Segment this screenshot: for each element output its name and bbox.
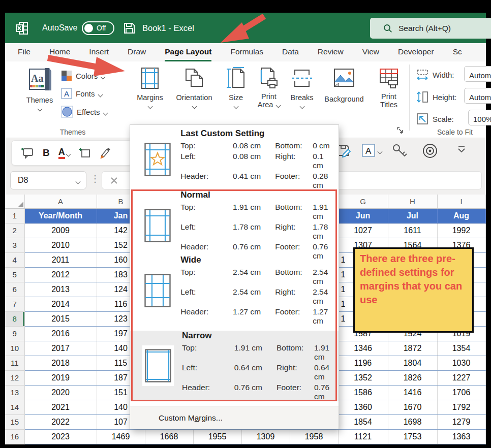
row-header-14[interactable]: 14	[5, 400, 24, 414]
cell-H1[interactable]: Jul	[388, 208, 437, 223]
insert-cells-button[interactable]	[79, 147, 91, 159]
custom-margins-button[interactable]: Custom Margins...	[130, 406, 339, 429]
select-all-button[interactable]	[5, 195, 24, 208]
background-button[interactable]: Background	[316, 67, 372, 103]
page-setup-dialog-launcher[interactable]	[396, 126, 404, 136]
print-area-button[interactable]: Print Area	[253, 67, 285, 109]
cell-I11[interactable]: 1030	[437, 356, 485, 370]
cell-A14[interactable]: 2021	[24, 400, 97, 414]
row-header-4[interactable]: 4	[5, 252, 24, 267]
cell-G13[interactable]: 1586	[338, 385, 388, 400]
cell-I1[interactable]: Aug	[437, 208, 485, 223]
menu-item-wide[interactable]: Wide Top:2.54 cmBottom:2.54 cm Left:2.54…	[130, 261, 339, 319]
row-header-1[interactable]: 1	[5, 208, 24, 223]
menu-item-last-custom-setting[interactable]: Last Custom Setting Top:0.08 cmBottom:0 …	[130, 130, 339, 188]
cell-G15[interactable]: 1854	[338, 414, 388, 429]
cell-A8[interactable]: 2015	[24, 311, 97, 326]
menu-item-narrow[interactable]: Narrow Top:1.91 cmBottom:1.91 cm Left:0.…	[130, 331, 339, 401]
cell-G14[interactable]: 1360	[338, 400, 388, 414]
cell-H15[interactable]: 1698	[388, 414, 437, 429]
tab-draw[interactable]: Draw	[128, 43, 146, 61]
tab-file[interactable]: File	[18, 43, 30, 61]
cell-A4[interactable]: 2011	[24, 252, 97, 267]
colors-button[interactable]: Colors	[61, 70, 105, 81]
cell-C16[interactable]: 1668	[145, 429, 193, 444]
breaks-button[interactable]: Breaks	[286, 67, 318, 110]
row-header-9[interactable]: 9	[5, 326, 24, 341]
cell-A13[interactable]: 2020	[24, 385, 97, 400]
themes-button[interactable]: Aa Themes	[21, 68, 58, 112]
width-input[interactable]	[464, 66, 491, 82]
tab-developer[interactable]: Developer	[398, 43, 434, 61]
cell-G10[interactable]: 1346	[338, 341, 388, 356]
name-box-splitter[interactable]: ⋮	[90, 173, 100, 184]
cell-G1[interactable]: Jun	[338, 208, 388, 223]
scale-input[interactable]	[468, 110, 491, 125]
row-header-11[interactable]: 11	[5, 356, 24, 370]
cell-I13[interactable]: 1706	[437, 385, 485, 400]
tab-insert[interactable]: Insert	[89, 43, 109, 61]
new-comment-button[interactable]	[21, 147, 34, 159]
tab-home[interactable]: Home	[49, 43, 70, 61]
column-header-G[interactable]: G	[338, 195, 388, 208]
row-header-3[interactable]: 3	[5, 238, 24, 252]
format-painter-button[interactable]	[100, 147, 112, 159]
cell-E16[interactable]: 1309	[241, 429, 290, 444]
autosave-toggle[interactable]: Off	[82, 13, 114, 43]
column-header-A[interactable]: A	[24, 195, 97, 208]
cell-H14[interactable]: 1670	[388, 400, 437, 414]
name-box[interactable]: D8	[10, 171, 86, 189]
cell-H12[interactable]: 1826	[388, 370, 437, 385]
cell-G2[interactable]: 1027	[338, 223, 388, 238]
row-header-2[interactable]: 2	[5, 223, 24, 238]
row-header-5[interactable]: 5	[5, 267, 24, 282]
row-header-6[interactable]: 6	[5, 282, 24, 297]
cell-I10[interactable]: 1354	[437, 341, 485, 356]
cell-A11[interactable]: 2018	[24, 356, 97, 370]
cell-A16[interactable]: 2023	[24, 429, 97, 444]
cell-A9[interactable]: 2016	[24, 326, 97, 341]
tab-review[interactable]: Review	[318, 43, 344, 61]
fonts-button[interactable]: A Fonts	[61, 88, 102, 99]
save-button[interactable]	[123, 13, 136, 43]
cell-G11[interactable]: 1196	[338, 356, 388, 370]
row-header-16[interactable]: 16	[5, 429, 24, 444]
cell-A1[interactable]: Year/Month	[24, 208, 97, 223]
size-button[interactable]: Size	[222, 67, 250, 110]
cell-A10[interactable]: 2017	[24, 341, 97, 356]
cell-H2[interactable]: 1611	[388, 223, 437, 238]
row-header-15[interactable]: 15	[5, 414, 24, 429]
cell-A5[interactable]: 2012	[24, 267, 97, 282]
cell-I16[interactable]: 1363	[437, 429, 485, 444]
tab-sc[interactable]: Sc	[453, 43, 462, 61]
row-header-13[interactable]: 13	[5, 385, 24, 400]
cell-A15[interactable]: 2022	[24, 414, 97, 429]
cancel-icon[interactable]	[110, 177, 118, 184]
tab-page-layout[interactable]: Page Layout	[165, 43, 211, 61]
focus-button[interactable]	[422, 143, 438, 159]
cell-I15[interactable]: 1279	[437, 414, 485, 429]
font-color-button[interactable]: A	[58, 147, 70, 159]
cell-I14[interactable]: 1792	[437, 400, 485, 414]
cell-A6[interactable]: 2013	[24, 282, 97, 297]
cell-I12[interactable]: 1227	[437, 370, 485, 385]
cell-H16[interactable]: 1753	[388, 429, 437, 444]
effects-button[interactable]: Effects	[61, 106, 107, 118]
height-input[interactable]	[464, 88, 491, 104]
cell-A3[interactable]: 2010	[24, 238, 97, 252]
cell-F16[interactable]: 1958	[290, 429, 338, 444]
cell-A2[interactable]: 2009	[24, 223, 97, 238]
row-header-8[interactable]: 8	[5, 311, 24, 326]
margins-button[interactable]: Margins	[133, 67, 167, 110]
cell-A12[interactable]: 2019	[24, 370, 97, 385]
row-header-10[interactable]: 10	[5, 341, 24, 356]
excel-app-icon[interactable]	[15, 13, 29, 43]
cell-A7[interactable]: 2014	[24, 297, 97, 311]
search-box[interactable]: Search (Alt+Q)	[370, 18, 491, 39]
bold-button[interactable]: B	[43, 147, 50, 158]
column-header-I[interactable]: I	[437, 195, 485, 208]
cell-G12[interactable]: 1352	[338, 370, 388, 385]
cell-style-button[interactable]: A	[361, 143, 382, 158]
cell-B16[interactable]: 1469	[97, 429, 145, 444]
print-titles-button[interactable]: Print Titles	[372, 67, 406, 109]
